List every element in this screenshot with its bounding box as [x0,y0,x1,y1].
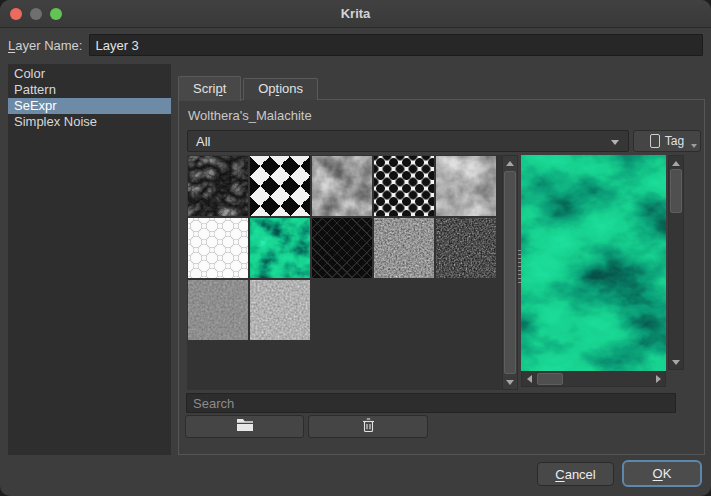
resource-name-label: Wolthera's_Malachite [188,108,312,123]
scrollbar-thumb[interactable] [670,169,682,213]
generator-type-list: ColorPatternSeExprSimplex Noise [8,64,171,455]
generator-item-simplex-noise[interactable]: Simplex Noise [8,114,171,130]
bookmark-icon [650,134,660,148]
scroll-up-icon[interactable] [669,156,683,170]
generator-item-pattern[interactable]: Pattern [8,82,171,98]
scroll-right-icon[interactable] [651,372,665,386]
scroll-down-icon[interactable] [503,375,517,389]
layer-name-row: Layer Name: [8,33,703,57]
pattern-thumb-malachite[interactable] [250,218,310,278]
chevron-down-icon [611,140,619,145]
grid-vertical-scrollbar[interactable] [502,155,518,390]
preview-vertical-scrollbar[interactable] [668,155,684,370]
pattern-thumb-light-clouds[interactable] [436,156,496,216]
pattern-thumb-gray-speckle[interactable] [374,218,434,278]
scroll-up-icon[interactable] [503,156,517,170]
layer-name-input[interactable] [89,34,703,56]
tab-options[interactable]: Options [243,78,318,100]
scrollbar-thumb[interactable] [537,373,563,385]
titlebar[interactable]: Krita [0,0,711,28]
tag-filter-combobox[interactable]: All [187,130,629,152]
pattern-thumb-dark-speckle[interactable] [436,218,496,278]
search-input[interactable] [186,393,676,413]
pattern-thumb-bw-triangles[interactable] [250,156,310,216]
pattern-thumb-dark-maze[interactable] [312,218,372,278]
layer-name-label: Layer Name: [8,38,82,53]
generator-item-color[interactable]: Color [8,66,171,82]
tag-button-label: Tag [665,134,684,148]
cancel-button[interactable]: Cancel [537,462,614,486]
script-tab-panel: Wolthera's_Malachite All Tag [178,99,705,455]
tab-script[interactable]: Script [178,76,241,101]
scroll-down-icon[interactable] [669,355,683,369]
pattern-thumbnail-grid [187,155,502,390]
folder-icon [236,418,254,435]
delete-resource-button[interactable] [308,415,428,438]
pattern-thumb-halftone-dots[interactable] [374,156,434,216]
import-resource-button[interactable] [185,415,304,438]
tag-filter-value: All [196,134,210,149]
window-title: Krita [0,0,711,27]
chevron-down-icon [691,144,697,148]
scrollbar-thumb[interactable] [504,171,516,374]
ok-button[interactable]: OK [622,460,702,487]
preview-horizontal-scrollbar[interactable] [521,371,666,387]
pattern-thumb-gray-clouds[interactable] [312,156,372,216]
tab-bar: ScriptOptions [178,76,320,100]
scroll-left-icon[interactable] [522,372,536,386]
pattern-thumb-dark-marble[interactable] [188,156,248,216]
pattern-thumb-fine-weave[interactable] [188,280,248,340]
malachite-preview-image[interactable] [521,155,666,377]
krita-dialog-window: Krita Layer Name: ColorPatternSeExprSimp… [0,0,711,496]
generator-item-seexpr[interactable]: SeExpr [8,98,171,114]
tag-button[interactable]: Tag [633,130,701,152]
pattern-thumb-white-rings[interactable] [188,218,248,278]
trash-icon [362,418,375,436]
pattern-thumb-light-dither[interactable] [250,280,310,340]
